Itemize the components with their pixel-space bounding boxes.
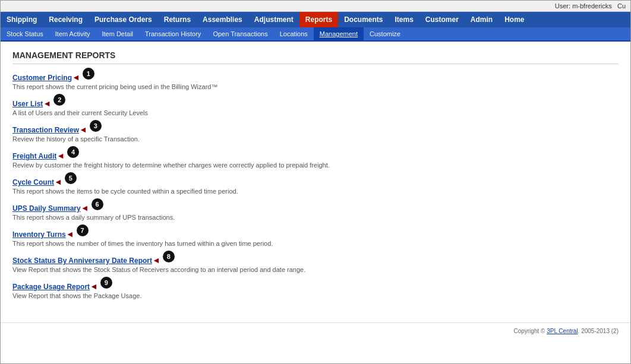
footer-brand-link[interactable]: 3PL Central — [547, 328, 578, 334]
report-badge: 5 — [65, 172, 77, 184]
nav-primary-item-customer[interactable]: Customer — [419, 12, 465, 27]
report-item: Customer Pricing◄1This report shows the … — [12, 72, 619, 90]
arrow-icon: ◄ — [56, 151, 65, 160]
user-label: User: m-bfredericks — [555, 2, 612, 10]
report-item: Transaction Review◄3Review the history o… — [12, 125, 619, 143]
arrow-icon: ◄ — [66, 229, 74, 239]
report-link[interactable]: UPS Daily Summary — [12, 204, 81, 213]
nav-primary-item-returns[interactable]: Returns — [158, 12, 197, 27]
footer-copyright: Copyright © — [513, 328, 547, 334]
arrow-icon: ◄ — [54, 177, 62, 186]
nav-secondary-item-open-transactions[interactable]: Open Transactions — [207, 27, 273, 40]
report-link[interactable]: Stock Status By Anniversary Date Report — [12, 257, 152, 265]
arrow-icon: ◄ — [72, 72, 80, 82]
arrow-icon: ◄ — [81, 203, 89, 213]
nav-primary-item-shipping[interactable]: Shipping — [1, 12, 43, 27]
report-item: Package Usage Report◄9View Report that s… — [12, 281, 619, 299]
report-description: This report shows the number of times th… — [12, 240, 619, 247]
nav-secondary-item-customize[interactable]: Customize — [364, 27, 406, 40]
primary-nav: ShippingReceivingPurchase OrdersReturnsA… — [1, 12, 630, 27]
nav-primary-item-receiving[interactable]: Receiving — [43, 12, 89, 27]
nav-primary-item-assemblies[interactable]: Assemblies — [197, 12, 248, 27]
app-window: User: m-bfredericks Cu ShippingReceiving… — [0, 0, 631, 364]
main-content: Management Reports Customer Pricing◄1Thi… — [1, 42, 630, 316]
arrow-icon: ◄ — [90, 281, 98, 291]
report-link[interactable]: Freight Audit — [12, 152, 56, 160]
report-description: This report shows a daily summary of UPS… — [12, 214, 619, 221]
report-item: Stock Status By Anniversary Date Report◄… — [12, 255, 619, 273]
report-description: This report shows the items to be cycle … — [12, 188, 619, 195]
report-description: A list of Users and their current Securi… — [12, 109, 619, 116]
nav-primary-item-adjustment[interactable]: Adjustment — [248, 12, 299, 27]
nav-primary-item-admin[interactable]: Admin — [465, 12, 499, 27]
arrow-icon: ◄ — [152, 255, 160, 265]
report-item: Cycle Count◄5This report shows the items… — [12, 177, 619, 195]
report-link[interactable]: Customer Pricing — [12, 74, 72, 82]
report-link[interactable]: User List — [12, 100, 43, 108]
extra-label: Cu — [617, 2, 626, 10]
report-description: Review by customer the freight history t… — [12, 162, 619, 169]
report-badge: 6 — [92, 198, 103, 210]
report-item: Inventory Turns◄7This report shows the n… — [12, 229, 619, 247]
nav-primary-item-purchase-orders[interactable]: Purchase Orders — [89, 12, 158, 27]
arrow-icon: ◄ — [43, 99, 51, 108]
footer: Copyright © 3PL Central. 2005-2013 (2) — [1, 322, 630, 339]
report-badge: 2 — [53, 94, 65, 106]
nav-secondary-item-item-activity[interactable]: Item Activity — [49, 27, 96, 40]
reports-list: Customer Pricing◄1This report shows the … — [12, 72, 619, 299]
report-badge: 4 — [67, 146, 79, 158]
footer-year: . 2005-2013 (2) — [578, 328, 619, 334]
page-title: Management Reports — [12, 50, 619, 64]
report-badge: 8 — [163, 251, 175, 262]
report-link[interactable]: Cycle Count — [12, 178, 54, 186]
top-bar: User: m-bfredericks Cu — [1, 1, 630, 12]
nav-primary-item-reports[interactable]: Reports — [299, 12, 338, 27]
report-description: Review the history of a specific Transac… — [12, 135, 619, 143]
report-item: Freight Audit◄4Review by customer the fr… — [12, 151, 619, 169]
report-badge: 3 — [90, 120, 102, 132]
report-link[interactable]: Inventory Turns — [12, 230, 66, 239]
report-badge: 9 — [100, 277, 112, 289]
nav-secondary-item-locations[interactable]: Locations — [274, 27, 314, 40]
report-badge: 1 — [83, 68, 94, 80]
report-item: User List◄2A list of Users and their cur… — [12, 99, 619, 116]
report-description: This report shows the current pricing be… — [12, 83, 619, 90]
report-link[interactable]: Transaction Review — [12, 126, 79, 134]
report-link[interactable]: Package Usage Report — [12, 283, 90, 291]
nav-secondary-item-management[interactable]: Management — [314, 27, 364, 40]
nav-primary-item-documents[interactable]: Documents — [338, 12, 389, 27]
nav-secondary-item-item-detail[interactable]: Item Detail — [96, 27, 139, 40]
secondary-nav: Stock StatusItem ActivityItem DetailTran… — [1, 27, 630, 42]
nav-secondary-item-stock-status[interactable]: Stock Status — [1, 27, 49, 40]
report-description: View Report that shows the Package Usage… — [12, 292, 619, 299]
report-description: View Report that shows the Stock Status … — [12, 266, 619, 273]
nav-primary-item-home[interactable]: Home — [499, 12, 530, 27]
report-item: UPS Daily Summary◄6This report shows a d… — [12, 203, 619, 221]
nav-primary-item-items[interactable]: Items — [389, 12, 419, 27]
report-badge: 7 — [77, 224, 89, 236]
arrow-icon: ◄ — [79, 125, 87, 134]
nav-secondary-item-transaction-history[interactable]: Transaction History — [139, 27, 207, 40]
